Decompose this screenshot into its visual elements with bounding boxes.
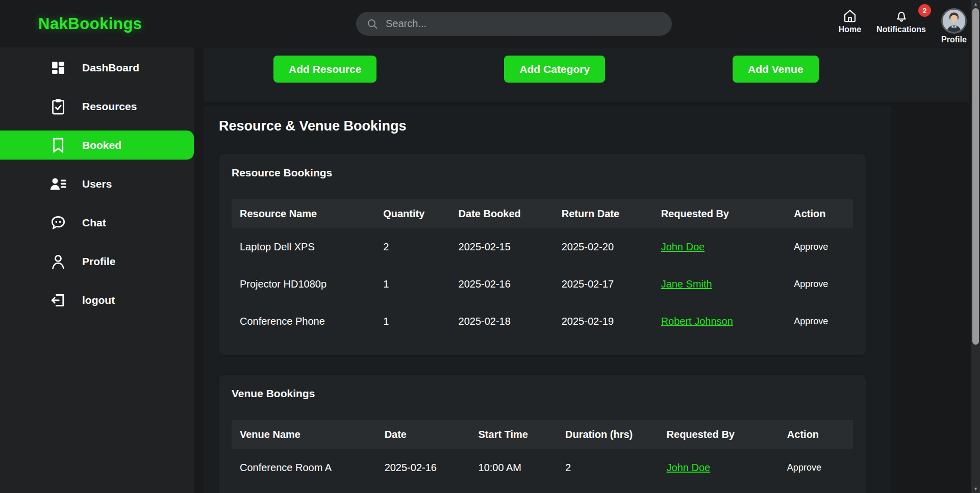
return-date: 2025-02-20: [562, 228, 661, 266]
nav-notifications[interactable]: Notifications 2: [876, 5, 926, 34]
scrollbar-down-arrow[interactable]: ▼: [971, 485, 980, 493]
column-header: Date: [385, 420, 479, 449]
return-date: 2025-02-19: [562, 303, 661, 340]
column-header: Action: [787, 420, 853, 449]
scrollbar-thumb[interactable]: [972, 8, 979, 345]
column-header: Return Date: [562, 199, 661, 228]
app-window: NakBookings Home: [0, 0, 980, 493]
sidebar-item-resources[interactable]: Resources: [0, 92, 194, 121]
dashboard-icon: [49, 60, 67, 76]
column-header: Duration (hrs): [565, 420, 667, 449]
date-booked: 2025-02-16: [459, 266, 562, 303]
column-header: Action: [794, 199, 853, 228]
column-header: Requested By: [661, 199, 794, 228]
requested-by-link[interactable]: John Doe: [667, 462, 711, 473]
column-header: Date Booked: [459, 199, 562, 228]
resource-bookings-title: Resource Bookings: [232, 167, 853, 179]
notification-badge: 2: [918, 4, 931, 17]
date-booked: 2025-02-15: [459, 228, 562, 266]
person-icon: [49, 253, 67, 270]
search-icon: [366, 18, 379, 30]
resource-name: Laptop Dell XPS: [232, 228, 383, 266]
approve-action[interactable]: Approve: [794, 303, 853, 340]
quantity: 1: [383, 266, 458, 303]
bookmark-icon: [49, 137, 67, 153]
resource-bookings-card: Resource Bookings Resource Name Quantity…: [219, 154, 866, 355]
resource-bookings-table: Resource Name Quantity Date Booked Retur…: [232, 199, 853, 340]
logout-icon: [49, 292, 67, 308]
sidebar-item-chat[interactable]: Chat: [0, 208, 194, 237]
users-icon: [49, 176, 67, 192]
home-icon: [842, 8, 858, 23]
date-booked: 2025-02-18: [459, 303, 562, 340]
header-nav: Home Notifications 2: [839, 5, 967, 44]
start-time: 10:00 AM: [479, 449, 566, 486]
requested-by-link[interactable]: John Doe: [661, 241, 705, 252]
venue-name: Conference Room A: [232, 449, 385, 486]
date: 2025-02-16: [385, 449, 479, 486]
nav-notifications-label: Notifications: [876, 25, 926, 34]
nav-home[interactable]: Home: [839, 5, 861, 34]
venue-bookings-table: Venue Name Date Start Time Duration (hrs…: [232, 420, 853, 486]
table-row: Conference Phone 1 2025-02-18 2025-02-19…: [232, 303, 853, 340]
bell-icon: [894, 8, 909, 23]
app-logo[interactable]: NakBookings: [38, 15, 142, 33]
column-header: Requested By: [667, 420, 787, 449]
nav-profile[interactable]: Profile: [941, 5, 967, 44]
table-row: Laptop Dell XPS 2 2025-02-15 2025-02-20 …: [232, 228, 853, 266]
column-header: Venue Name: [232, 420, 385, 449]
search-input[interactable]: [386, 18, 651, 30]
approve-action[interactable]: Approve: [787, 449, 853, 486]
sidebar-item-label: Resources: [82, 100, 137, 113]
quantity: 2: [383, 228, 458, 266]
sidebar-item-profile[interactable]: Profile: [0, 247, 194, 276]
nav-profile-label: Profile: [941, 35, 967, 44]
column-header: Resource Name: [232, 199, 383, 228]
approve-action[interactable]: Approve: [794, 266, 853, 303]
sidebar-item-label: DashBoard: [82, 62, 139, 74]
add-resource-button[interactable]: Add Resource: [273, 56, 376, 83]
return-date: 2025-02-17: [562, 266, 661, 303]
actions-panel: Add Resource Add Category Add Venue: [204, 48, 969, 102]
table-row: Conference Room A 2025-02-16 10:00 AM 2 …: [232, 449, 853, 486]
add-venue-button[interactable]: Add Venue: [733, 56, 819, 83]
page-title: Resource & Venue Bookings: [219, 118, 891, 134]
venue-bookings-title: Venue Bookings: [232, 387, 853, 400]
scrollbar-up-arrow[interactable]: ▲: [971, 0, 980, 8]
sidebar-item-label: Booked: [82, 139, 121, 151]
top-header: NakBookings Home: [0, 0, 980, 47]
vertical-scrollbar[interactable]: ▲ ▼: [971, 0, 980, 493]
clipboard-check-icon: [49, 98, 67, 115]
sidebar-item-label: logout: [82, 294, 115, 306]
table-header-row: Venue Name Date Start Time Duration (hrs…: [232, 420, 853, 449]
sidebar-item-dashboard[interactable]: DashBoard: [0, 53, 194, 82]
sidebar-item-booked[interactable]: Booked: [0, 131, 194, 160]
search-bar[interactable]: [356, 12, 672, 36]
column-header: Quantity: [383, 199, 458, 228]
avatar: [941, 8, 967, 34]
venue-bookings-card: Venue Bookings Venue Name Date Start Tim…: [219, 375, 866, 493]
sidebar-item-label: Users: [82, 178, 112, 190]
nav-home-label: Home: [839, 25, 861, 34]
sidebar-item-logout[interactable]: logout: [0, 286, 194, 315]
table-row: Projector HD1080p 1 2025-02-16 2025-02-1…: [232, 266, 853, 303]
duration: 2: [565, 449, 667, 486]
sidebar-item-label: Chat: [82, 217, 106, 229]
table-header-row: Resource Name Quantity Date Booked Retur…: [232, 199, 853, 228]
resource-name: Projector HD1080p: [232, 266, 383, 303]
main-content: Add Resource Add Category Add Venue Reso…: [194, 47, 980, 493]
sidebar: DashBoard Resources Bo: [0, 47, 194, 493]
column-header: Start Time: [479, 420, 566, 449]
sidebar-item-label: Profile: [82, 255, 115, 268]
requested-by-link[interactable]: Robert Johnson: [661, 316, 733, 327]
add-category-button[interactable]: Add Category: [504, 56, 605, 83]
resource-name: Conference Phone: [232, 303, 383, 340]
quantity: 1: [383, 303, 458, 340]
requested-by-link[interactable]: Jane Smith: [661, 278, 712, 290]
chat-icon: [49, 215, 67, 231]
approve-action[interactable]: Approve: [794, 228, 853, 266]
bookings-section: Resource & Venue Bookings Resource Booki…: [204, 106, 891, 493]
sidebar-item-users[interactable]: Users: [0, 169, 194, 198]
